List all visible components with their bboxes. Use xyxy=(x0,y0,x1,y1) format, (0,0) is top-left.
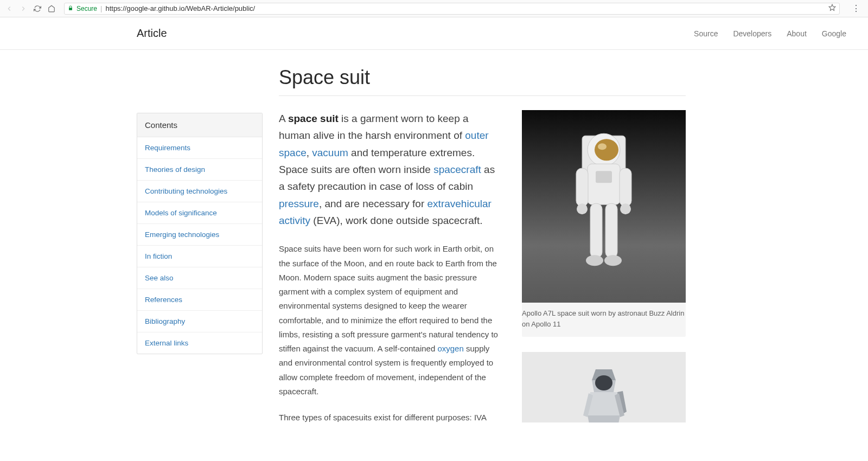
nav-link-developers[interactable]: Developers xyxy=(733,29,771,38)
svg-rect-12 xyxy=(605,203,617,258)
paragraph-2: Space suits have been worn for such work… xyxy=(279,242,498,399)
svg-marker-20 xyxy=(588,415,620,422)
page-body: Contents Requirements Theories of design… xyxy=(0,50,868,438)
figure-photo: Apollo A7L space suit worn by astronaut … xyxy=(522,110,686,337)
svg-point-10 xyxy=(620,203,631,214)
figure-caption: Apollo A7L space suit worn by astronaut … xyxy=(522,303,686,337)
svg-point-14 xyxy=(604,255,622,266)
url-text: https://google-ar.github.io/WebAR-Articl… xyxy=(105,4,255,12)
link-spacecraft[interactable]: spacecraft xyxy=(433,164,481,175)
reload-icon[interactable] xyxy=(33,4,42,14)
nav-link-source[interactable]: Source xyxy=(694,29,718,38)
svg-marker-0 xyxy=(829,4,835,10)
astronaut-photo xyxy=(522,110,686,303)
nav-link-google[interactable]: Google xyxy=(822,29,846,38)
svg-rect-5 xyxy=(588,164,620,204)
article-body: Apollo A7L space suit worn by astronaut … xyxy=(279,110,686,425)
lock-icon xyxy=(68,5,73,12)
home-icon[interactable] xyxy=(47,4,56,14)
secure-label: Secure xyxy=(76,5,97,12)
sidebar-item-contributing[interactable]: Contributing technologies xyxy=(137,181,262,202)
forward-icon[interactable] xyxy=(18,4,28,14)
link-pressure[interactable]: pressure xyxy=(279,198,319,209)
svg-point-17 xyxy=(595,375,612,390)
svg-point-13 xyxy=(586,255,603,266)
paragraph-3: Three types of spacesuits exist for diff… xyxy=(279,411,498,425)
browser-menu-icon[interactable]: ⋮ xyxy=(848,3,864,14)
sidebar-item-theories[interactable]: Theories of design xyxy=(137,159,262,181)
main-column: Space suit xyxy=(279,66,691,438)
site-header: Article Source Developers About Google xyxy=(0,17,868,50)
svg-point-4 xyxy=(598,143,607,150)
sidebar-item-bibliography[interactable]: Bibliography xyxy=(137,311,262,332)
nav-link-about[interactable]: About xyxy=(787,29,807,38)
svg-rect-8 xyxy=(620,168,631,206)
link-vacuum[interactable]: vacuum xyxy=(312,147,348,158)
svg-point-9 xyxy=(577,203,588,214)
sidebar-item-external[interactable]: External links xyxy=(137,332,262,354)
svg-rect-11 xyxy=(590,203,602,258)
site-title: Article xyxy=(137,27,167,40)
body-paragraphs: Space suits have been worn for such work… xyxy=(279,242,498,425)
svg-rect-6 xyxy=(596,171,612,183)
figure-3d-model[interactable] xyxy=(522,352,686,422)
sidebar-item-references[interactable]: References xyxy=(137,289,262,311)
bold-space-suit: space suit xyxy=(288,113,339,124)
back-icon[interactable] xyxy=(4,4,14,14)
svg-point-3 xyxy=(595,139,618,161)
figure-column: Apollo A7L space suit worn by astronaut … xyxy=(522,110,686,438)
browser-toolbar: Secure | https://google-ar.github.io/Web… xyxy=(0,0,868,17)
astronaut-3d-model[interactable] xyxy=(522,352,686,422)
contents-sidebar: Contents Requirements Theories of design… xyxy=(137,113,263,354)
sidebar-item-requirements[interactable]: Requirements xyxy=(137,137,262,159)
svg-rect-7 xyxy=(576,168,588,206)
address-bar[interactable]: Secure | https://google-ar.github.io/Web… xyxy=(64,3,840,15)
top-nav: Source Developers About Google xyxy=(694,29,846,38)
bookmark-star-icon[interactable] xyxy=(828,4,836,13)
sidebar-item-models[interactable]: Models of significance xyxy=(137,202,262,224)
sidebar-item-emerging[interactable]: Emerging technologies xyxy=(137,224,262,246)
sidebar-item-seealso[interactable]: See also xyxy=(137,267,262,289)
link-oxygen[interactable]: oxygen xyxy=(437,344,463,353)
intro-paragraph: A space suit is a garment worn to keep a… xyxy=(279,110,498,229)
contents-title: Contents xyxy=(137,113,262,137)
sidebar-item-fiction[interactable]: In fiction xyxy=(137,246,262,267)
page-title: Space suit xyxy=(279,66,686,96)
